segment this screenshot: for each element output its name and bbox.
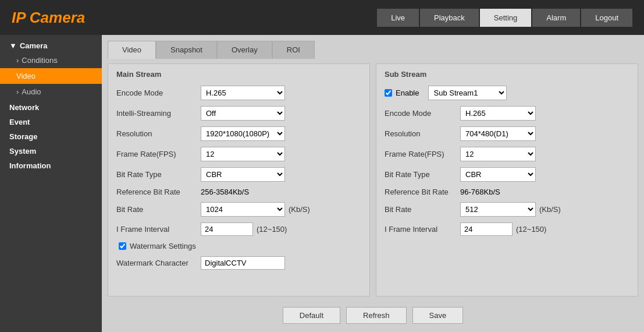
sub-bit-rate-select[interactable]: 512256768 xyxy=(460,202,536,217)
sidebar-item-conditions-label: Conditions xyxy=(22,56,57,65)
sidebar-section-storage[interactable]: Storage xyxy=(0,129,102,143)
sidebar-section-network[interactable]: Network xyxy=(0,100,102,114)
encode-mode-select[interactable]: H.265H.264H.265+ xyxy=(201,86,285,100)
header: IP Camera Live Playback Setting Alarm Lo… xyxy=(0,0,644,35)
iframe-interval-label: I Frame Interval xyxy=(116,225,201,234)
bit-rate-row: Bit Rate 10245122048 (Kb/S) xyxy=(116,202,361,217)
sub-resolution-select[interactable]: 704*480(D1)352*240(CIF) xyxy=(460,126,536,141)
resolution-select[interactable]: 1920*1080(1080P)1280*720(720P) xyxy=(201,126,285,141)
bit-rate-select[interactable]: 10245122048 xyxy=(201,202,285,217)
sub-bit-rate-type-control: CBRVBR xyxy=(460,167,536,182)
frame-rate-row: Frame Rate(FPS) 1215202530 xyxy=(116,147,361,161)
sub-frame-rate-row: Frame Rate(FPS) 12152025 xyxy=(385,147,629,161)
sub-stream-enable-label[interactable]: Enable xyxy=(396,89,419,97)
sidebar-item-video-label: Video xyxy=(16,72,35,80)
tab-playback[interactable]: Playback xyxy=(420,9,479,27)
sub-tab-snapshot[interactable]: Snapshot xyxy=(156,41,217,59)
main-stream-title: Main Stream xyxy=(116,70,361,79)
bit-rate-type-row: Bit Rate Type CBRVBR xyxy=(116,167,361,182)
sub-bit-rate-type-row: Bit Rate Type CBRVBR xyxy=(385,167,629,182)
frame-rate-control: 1215202530 xyxy=(201,147,285,161)
tab-alarm[interactable]: Alarm xyxy=(532,9,580,27)
sidebar-section-event-label: Event xyxy=(9,118,30,126)
sub-iframe-interval-range: (12~150) xyxy=(516,225,546,234)
sub-encode-mode-row: Encode Mode H.265H.264 xyxy=(385,106,629,121)
save-button[interactable]: Save xyxy=(412,307,464,324)
sidebar-item-audio-label: Audio xyxy=(22,87,41,96)
sub-frame-rate-control: 12152025 xyxy=(460,147,536,161)
sub-iframe-interval-label: I Frame Interval xyxy=(385,225,460,234)
sidebar-section-system[interactable]: System xyxy=(0,143,102,158)
encode-mode-control: H.265H.264H.265+ xyxy=(201,86,285,100)
sidebar-item-audio[interactable]: › Audio xyxy=(0,84,102,100)
content-area: Video Snapshot Overlay ROI Main Stream E… xyxy=(102,35,644,332)
refresh-button[interactable]: Refresh xyxy=(346,307,407,324)
tab-live[interactable]: Live xyxy=(377,9,419,27)
sidebar: ▼ Camera › Conditions Video › Audio Netw… xyxy=(0,35,102,332)
sub-tab-overlay[interactable]: Overlay xyxy=(217,41,272,59)
sidebar-item-conditions[interactable]: › Conditions xyxy=(0,52,102,68)
watermark-settings-label[interactable]: Watermark Settings xyxy=(130,242,196,250)
nav-tabs: Live Playback Setting Alarm Logout xyxy=(377,9,632,27)
reference-bit-rate-text: 256-3584Kb/S xyxy=(201,188,249,196)
sub-iframe-interval-row: I Frame Interval (12~150) xyxy=(385,222,629,236)
sub-tabs: Video Snapshot Overlay ROI xyxy=(108,41,638,59)
watermark-settings-checkbox[interactable] xyxy=(119,242,126,250)
sub-iframe-interval-control: (12~150) xyxy=(460,222,546,236)
sub-stream-select[interactable]: Sub Stream1Sub Stream2 xyxy=(428,86,507,100)
sub-encode-mode-label: Encode Mode xyxy=(385,109,460,118)
bit-rate-type-label: Bit Rate Type xyxy=(116,170,201,179)
sub-stream-enable-checkbox[interactable] xyxy=(385,89,392,97)
encode-mode-row: Encode Mode H.265H.264H.265+ xyxy=(116,86,361,100)
resolution-row: Resolution 1920*1080(1080P)1280*720(720P… xyxy=(116,126,361,141)
sub-encode-mode-control: H.265H.264 xyxy=(460,106,536,121)
iframe-interval-input[interactable] xyxy=(201,222,253,236)
bit-rate-type-select[interactable]: CBRVBR xyxy=(201,167,285,182)
frame-rate-label: Frame Rate(FPS) xyxy=(116,150,201,158)
sidebar-section-camera-label: Camera xyxy=(20,41,48,50)
sub-bit-rate-type-select[interactable]: CBRVBR xyxy=(460,167,536,182)
sub-reference-bit-rate-text: 96-768Kb/S xyxy=(460,188,500,196)
sub-reference-bit-rate-label: Reference Bit Rate xyxy=(385,188,460,196)
sub-reference-bit-rate-row: Reference Bit Rate 96-768Kb/S xyxy=(385,188,629,196)
sub-frame-rate-select[interactable]: 12152025 xyxy=(460,147,536,161)
sub-tab-video[interactable]: Video xyxy=(108,41,156,59)
sub-iframe-interval-input[interactable] xyxy=(460,222,513,236)
watermark-character-row: Watermark Character xyxy=(116,256,361,270)
logo: IP Camera xyxy=(12,9,85,27)
sub-bit-rate-label: Bit Rate xyxy=(385,205,460,214)
sidebar-item-video[interactable]: Video xyxy=(0,68,102,84)
sub-reference-bit-rate-value: 96-768Kb/S xyxy=(460,188,500,196)
sidebar-section-information[interactable]: Information xyxy=(0,158,102,172)
frame-rate-select[interactable]: 1215202530 xyxy=(201,147,285,161)
sub-stream-panel: Sub Stream Enable Sub Stream1Sub Stream2… xyxy=(376,63,638,296)
intelli-streaming-row: Intelli-Streaming OffOn xyxy=(116,106,361,121)
arrow-icon: › xyxy=(16,87,19,96)
watermark-character-label: Watermark Character xyxy=(116,259,201,267)
sub-resolution-row: Resolution 704*480(D1)352*240(CIF) xyxy=(385,126,629,141)
arrow-icon: › xyxy=(16,56,19,65)
intelli-streaming-select[interactable]: OffOn xyxy=(201,106,285,121)
watermark-character-control xyxy=(201,256,285,270)
sub-tab-roi[interactable]: ROI xyxy=(272,41,315,59)
main-layout: ▼ Camera › Conditions Video › Audio Netw… xyxy=(0,35,644,332)
sidebar-section-event[interactable]: Event xyxy=(0,114,102,129)
iframe-interval-control: (12~150) xyxy=(201,222,287,236)
sub-bit-rate-unit: (Kb/S) xyxy=(539,205,561,214)
tab-setting[interactable]: Setting xyxy=(480,9,531,27)
panels: Main Stream Encode Mode H.265H.264H.265+… xyxy=(108,63,638,296)
sidebar-section-network-label: Network xyxy=(9,103,39,112)
sidebar-section-camera[interactable]: ▼ Camera xyxy=(0,38,102,52)
sub-stream-enable-row: Enable Sub Stream1Sub Stream2 xyxy=(385,86,629,100)
sub-encode-mode-select[interactable]: H.265H.264 xyxy=(460,106,536,121)
sub-frame-rate-label: Frame Rate(FPS) xyxy=(385,150,460,158)
watermark-character-input[interactable] xyxy=(201,256,285,270)
bit-rate-type-control: CBRVBR xyxy=(201,167,285,182)
tab-logout[interactable]: Logout xyxy=(581,9,632,27)
reference-bit-rate-value: 256-3584Kb/S xyxy=(201,188,249,196)
reference-bit-rate-label: Reference Bit Rate xyxy=(116,188,201,196)
reference-bit-rate-row: Reference Bit Rate 256-3584Kb/S xyxy=(116,188,361,196)
sub-resolution-control: 704*480(D1)352*240(CIF) xyxy=(460,126,536,141)
sidebar-section-information-label: Information xyxy=(9,161,51,170)
default-button[interactable]: Default xyxy=(283,307,340,324)
